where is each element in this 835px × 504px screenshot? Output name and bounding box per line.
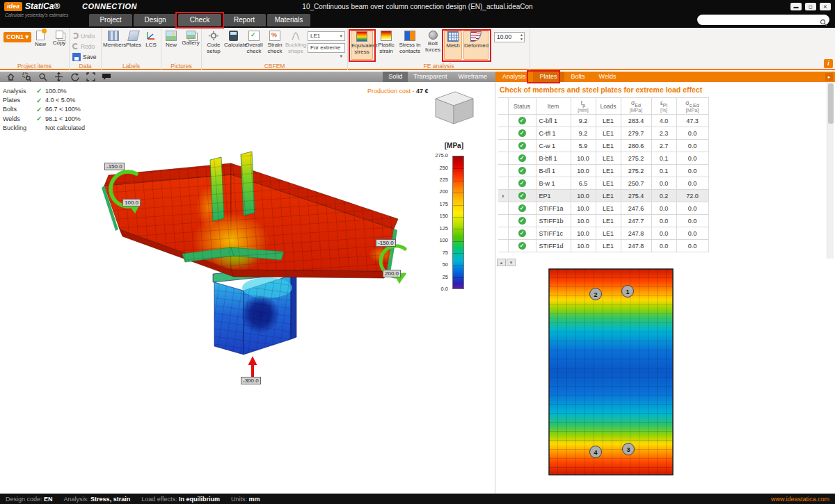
- row-expander[interactable]: [498, 140, 508, 152]
- connection-selector[interactable]: CON1 ▾: [3, 32, 31, 42]
- load-effect-dropdown[interactable]: LE1: [308, 31, 345, 41]
- tab-report[interactable]: Report: [223, 14, 266, 26]
- pan-icon[interactable]: [54, 72, 64, 81]
- column-header[interactable]: Item: [536, 98, 571, 115]
- check-result-row[interactable]: Plates✓4.0 < 5.0%: [3, 95, 121, 104]
- website-link[interactable]: www.ideastatica.com: [771, 496, 829, 503]
- sigma-ed-cell: 275.2: [621, 152, 651, 165]
- check-result-row[interactable]: Analysis✓100.0%: [3, 86, 121, 95]
- column-header[interactable]: tp[mm]: [571, 98, 596, 115]
- row-expander[interactable]: [498, 127, 508, 140]
- splitter-down-button[interactable]: ▼: [507, 259, 516, 266]
- lcs-labels-button[interactable]: LCS: [143, 31, 159, 60]
- column-header[interactable]: Loads: [596, 98, 621, 115]
- extreme-filter-dropdown[interactable]: For extreme: [308, 43, 345, 53]
- panel-collapse-button[interactable]: ▸: [825, 73, 833, 81]
- zoom-fit-icon[interactable]: [86, 72, 96, 81]
- view-mode-transparent[interactable]: Transparent: [408, 72, 452, 82]
- table-scrollbar[interactable]: [827, 82, 834, 259]
- tab-check[interactable]: Check: [178, 14, 221, 26]
- column-member[interactable]: [213, 266, 296, 355]
- plates-labels-button[interactable]: Plates: [125, 31, 143, 60]
- model-viewport[interactable]: Analysis✓100.0%Plates✓4.0 < 5.0%Bolts✓66…: [0, 82, 495, 494]
- plate-check-row[interactable]: ✓STIFF1b10.0LE1247.70.00.0: [498, 215, 708, 227]
- tab-materials[interactable]: Materials: [267, 14, 310, 26]
- colorbar-tick-label: 150: [439, 213, 448, 219]
- splitter-up-button[interactable]: ▲: [497, 259, 506, 266]
- deformed-button[interactable]: Deformed: [463, 31, 488, 60]
- column-header[interactable]: σEd[MPa]: [621, 98, 651, 115]
- spinner-arrows-icon[interactable]: ▲▼: [520, 33, 523, 41]
- checklist-icon: [248, 31, 260, 41]
- check-result-row[interactable]: Bolts✓66.7 < 100%: [3, 105, 121, 114]
- plate-check-row[interactable]: ✓B-tfl 110.0LE1275.20.10.0: [498, 165, 708, 177]
- equivalent-stress-button[interactable]: Equivalent stress: [351, 31, 373, 60]
- plastic-strain-button[interactable]: Plastic strain: [376, 31, 397, 60]
- column-header[interactable]: Status: [508, 98, 536, 115]
- copy-project-item-button[interactable]: Copy: [50, 31, 68, 60]
- plate-check-row[interactable]: ✓C-tfl 19.2LE1279.72.30.0: [498, 127, 708, 140]
- members-labels-button[interactable]: Members: [103, 31, 124, 60]
- colorbar-tick-label: 75: [443, 250, 448, 256]
- row-expander[interactable]: [498, 115, 508, 127]
- check-result-row[interactable]: BucklingNot calculated: [3, 124, 121, 133]
- plate-check-row[interactable]: ✓C-w 15.9LE1280.62.70.0: [498, 140, 708, 152]
- help-button[interactable]: i: [824, 59, 833, 68]
- row-expander[interactable]: [498, 165, 508, 177]
- results-tab-bolts[interactable]: Bolts: [564, 72, 592, 82]
- column-header[interactable]: σc,Ed[MPa]: [676, 98, 708, 115]
- close-button[interactable]: ✕: [820, 3, 831, 10]
- maximize-button[interactable]: ◻: [805, 3, 816, 10]
- minimize-button[interactable]: ▬: [790, 3, 802, 10]
- rotate-icon[interactable]: [70, 72, 80, 81]
- strain-check-button[interactable]: Strain check: [266, 31, 284, 60]
- scrollbar-thumb[interactable]: [828, 83, 834, 124]
- zoom-icon[interactable]: [38, 72, 48, 81]
- home-view-icon[interactable]: [6, 72, 16, 81]
- view-mode-wireframe[interactable]: Wireframe: [452, 72, 493, 82]
- sigma-ed-cell: 283.4: [621, 115, 651, 127]
- tab-project[interactable]: Project: [89, 14, 132, 26]
- plate-detail-view[interactable]: 2 1 4 3: [548, 268, 674, 478]
- zoom-window-icon[interactable]: [22, 72, 32, 81]
- results-tab-analysis[interactable]: Analysis: [495, 72, 533, 82]
- search-input[interactable]: [697, 15, 829, 25]
- navigation-cube[interactable]: [429, 89, 477, 131]
- row-expander[interactable]: [498, 177, 508, 190]
- row-expander[interactable]: [498, 240, 508, 252]
- stress-in-contacts-button[interactable]: Stress in contacts: [398, 31, 422, 60]
- plate-check-row[interactable]: ✓C-bfl 19.2LE1283.44.047.3: [498, 115, 708, 127]
- tab-design[interactable]: Design: [134, 14, 177, 26]
- plate-check-row[interactable]: ✓STIFF1c10.0LE1247.80.00.0: [498, 227, 708, 240]
- overall-check-button[interactable]: Overall check: [244, 31, 264, 60]
- plate-check-row[interactable]: ✓B-w 16.5LE1250.70.00.0: [498, 177, 708, 190]
- results-tab-plates[interactable]: Plates: [533, 72, 564, 82]
- new-project-item-button[interactable]: New: [32, 31, 49, 60]
- bolt-forces-button[interactable]: Bolt forces: [423, 31, 443, 60]
- row-expander[interactable]: [498, 227, 508, 240]
- plate-check-row[interactable]: ›✓EP110.0LE1275.40.272.0: [498, 190, 708, 202]
- row-expander[interactable]: [498, 152, 508, 165]
- plate-check-row[interactable]: ✓STIFF1d10.0LE1247.80.00.0: [498, 240, 708, 252]
- plate-check-row[interactable]: ✓B-bfl 110.0LE1275.20.10.0: [498, 152, 708, 165]
- calculate-button[interactable]: Calculate: [224, 31, 242, 60]
- row-expander[interactable]: [498, 202, 508, 215]
- results-tab-welds[interactable]: Welds: [592, 72, 623, 82]
- row-expander[interactable]: ›: [498, 190, 508, 202]
- redo-button[interactable]: Redo: [72, 42, 95, 51]
- row-expander[interactable]: [498, 215, 508, 227]
- undo-button[interactable]: Undo: [72, 31, 95, 40]
- label-bubble-icon[interactable]: [102, 72, 112, 81]
- plate-check-row[interactable]: ✓STIFF1a10.0LE1247.60.00.0: [498, 202, 708, 215]
- column-header[interactable]: εPl[%]: [651, 98, 676, 115]
- new-picture-button[interactable]: New: [163, 31, 180, 60]
- check-result-row[interactable]: Welds✓98.1 < 100%: [3, 114, 121, 123]
- code-setup-button[interactable]: Code setup: [205, 31, 223, 60]
- buckling-shape-button[interactable]: Buckling shape: [285, 31, 306, 60]
- gallery-button[interactable]: Gallery: [181, 31, 200, 60]
- view-mode-solid[interactable]: Solid: [383, 72, 408, 82]
- ribbon-toolbar: CON1 ▾ New Copy Project items Undo Redo …: [0, 28, 835, 70]
- save-button[interactable]: Save: [72, 52, 96, 61]
- mesh-button[interactable]: Mesh: [444, 31, 462, 60]
- deformed-scale-spinner[interactable]: 10.00 ▲▼: [494, 32, 525, 42]
